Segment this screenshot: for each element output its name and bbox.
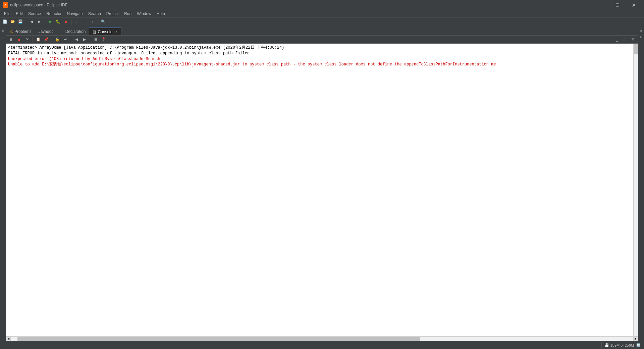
tab-problems[interactable]: ⚠ Problems bbox=[6, 28, 35, 35]
console-toolbar: 🗑 ■ ✕ 📋 📌 🔒 ↵ ◀ ▶ ⊞ 📍 _ □ ▽ bbox=[6, 36, 638, 44]
save-button[interactable]: 💾 bbox=[17, 18, 24, 26]
side-toolbar-right: ≡ ⊞ bbox=[638, 27, 644, 341]
h-scrollbar-thumb[interactable] bbox=[17, 337, 420, 341]
menu-search[interactable]: Search bbox=[86, 10, 104, 17]
toolbar-group-2: ◀ ▶ bbox=[28, 18, 43, 26]
main-toolbar: 📄 📂 💾 ◀ ▶ ▶ 🐛 ■ ↓ → ↑ 🔍 bbox=[0, 17, 644, 26]
side-toolbar-left: ≡ ⊞ bbox=[0, 27, 6, 341]
menu-run[interactable]: Run bbox=[121, 10, 134, 17]
console-toolbar-left: 🗑 ■ ✕ 📋 📌 🔒 ↵ ◀ ▶ ⊞ 📍 bbox=[7, 36, 107, 43]
status-gc-button[interactable]: 🔄 bbox=[635, 342, 641, 348]
status-bar: 💾 189M of 256M 🔄 bbox=[0, 341, 644, 349]
toolbar-group-nav: ↓ → ↑ bbox=[73, 18, 96, 26]
sep-1 bbox=[26, 19, 26, 25]
tab-problems-icon: ⚠ bbox=[9, 29, 13, 34]
console-view-menu-button[interactable]: ▽ bbox=[629, 36, 637, 43]
search-button[interactable]: 🔍 bbox=[100, 18, 107, 26]
tab-console-label: Console bbox=[98, 30, 112, 34]
toolbar-group-1: 📄 📂 💾 bbox=[1, 18, 24, 26]
tab-console[interactable]: ▥ Console ✕ bbox=[89, 28, 121, 35]
console-remove-button[interactable]: ✕ bbox=[23, 36, 31, 43]
tab-problems-label: Problems bbox=[14, 29, 32, 34]
console-sep-1 bbox=[33, 37, 33, 43]
main-area: ⚠ Problems Javadoc Declaration ▥ Console… bbox=[6, 27, 638, 341]
console-open-button[interactable]: ⊞ bbox=[92, 36, 99, 43]
forward-button[interactable]: ▶ bbox=[36, 18, 43, 26]
console-view-wrapper: <terminated> ArrayDome [Java Application… bbox=[6, 44, 638, 341]
menu-help[interactable]: Help bbox=[154, 10, 168, 17]
console-next-button[interactable]: ▶ bbox=[81, 36, 88, 43]
vertical-scrollbar-thumb[interactable] bbox=[634, 44, 638, 54]
console-sep-3 bbox=[71, 37, 71, 43]
tab-console-close[interactable]: ✕ bbox=[115, 30, 118, 34]
console-toolbar-right: _ □ ▽ bbox=[613, 36, 637, 43]
console-line-1: FATAL ERROR in native method: processing… bbox=[8, 51, 631, 56]
console-text-area[interactable]: <terminated> ArrayDome [Java Application… bbox=[6, 44, 633, 336]
console-line-2: Unexpected error (103) returned by AddTo… bbox=[8, 56, 631, 62]
console-terminate-button[interactable]: ■ bbox=[15, 36, 23, 43]
scroll-left-button[interactable]: ◀ bbox=[6, 337, 11, 341]
console-scroll-lock-button[interactable]: 🔒 bbox=[54, 36, 61, 43]
side-right-btn-2[interactable]: ⊞ bbox=[639, 34, 644, 40]
menu-project[interactable]: Project bbox=[104, 10, 121, 17]
menu-source[interactable]: Source bbox=[25, 10, 44, 17]
console-line-terminated: <terminated> ArrayDome [Java Application… bbox=[8, 45, 631, 51]
vertical-scrollbar[interactable] bbox=[633, 44, 638, 336]
menu-edit[interactable]: Edit bbox=[13, 10, 25, 17]
tab-bar: ⚠ Problems Javadoc Declaration ▥ Console… bbox=[6, 27, 638, 36]
window-controls: − □ ✕ bbox=[594, 0, 641, 10]
stop-button[interactable]: ■ bbox=[62, 18, 69, 26]
tab-console-icon: ▥ bbox=[93, 30, 96, 34]
console-clear-button[interactable]: 🗑 bbox=[7, 36, 15, 43]
side-left-btn-2[interactable]: ⊞ bbox=[0, 34, 6, 40]
side-right-btn-1[interactable]: ≡ bbox=[639, 28, 644, 34]
console-content-area: <terminated> ArrayDome [Java Application… bbox=[6, 44, 638, 336]
scroll-right-button[interactable]: ▶ bbox=[633, 337, 638, 341]
eclipse-icon: e bbox=[3, 2, 8, 8]
console-sep-2 bbox=[52, 37, 52, 43]
console-line-3: Unable to add E:\安装包\eclipse\configurati… bbox=[8, 62, 631, 67]
open-button[interactable]: 📂 bbox=[9, 18, 16, 26]
tab-declaration-label: Declaration bbox=[65, 29, 86, 34]
side-left-btn-1[interactable]: ≡ bbox=[0, 28, 6, 34]
console-minimize-button[interactable]: _ bbox=[613, 36, 621, 43]
new-button[interactable]: 📄 bbox=[1, 18, 9, 26]
back-button[interactable]: ◀ bbox=[28, 18, 35, 26]
tab-javadoc[interactable]: Javadoc bbox=[35, 28, 62, 35]
status-memory-icon: 💾 bbox=[604, 343, 609, 347]
toolbar-group-run: ▶ 🐛 ■ bbox=[47, 18, 69, 26]
menu-refactor[interactable]: Refactor bbox=[44, 10, 64, 17]
close-button[interactable]: ✕ bbox=[626, 0, 641, 10]
run-button[interactable]: ▶ bbox=[47, 18, 54, 26]
sep-2 bbox=[45, 19, 45, 25]
sep-3 bbox=[71, 19, 71, 25]
console-maximize-button[interactable]: □ bbox=[621, 36, 629, 43]
console-word-wrap-button[interactable]: ↵ bbox=[62, 36, 69, 43]
menu-bar: File Edit Source Refactor Navigate Searc… bbox=[0, 10, 644, 17]
horizontal-scrollbar[interactable]: ◀ ▶ bbox=[6, 336, 638, 341]
status-memory-section: 💾 189M of 256M 🔄 bbox=[601, 342, 641, 348]
menu-navigate[interactable]: Navigate bbox=[64, 10, 85, 17]
window-title: eclipse-workspace - Eclipse IDE bbox=[10, 3, 67, 7]
sep-4 bbox=[98, 19, 98, 25]
console-prev-button[interactable]: ◀ bbox=[73, 36, 80, 43]
tab-declaration[interactable]: Declaration bbox=[62, 28, 90, 35]
debug-button[interactable]: 🐛 bbox=[54, 18, 62, 26]
step-over[interactable]: → bbox=[81, 18, 88, 26]
title-bar: e eclipse-workspace - Eclipse IDE − □ ✕ bbox=[0, 0, 644, 10]
status-memory-label: 189M of 256M bbox=[610, 343, 634, 347]
tab-javadoc-label: Javadoc bbox=[39, 29, 54, 34]
maximize-button[interactable]: □ bbox=[610, 0, 625, 10]
toolbar-group-search: 🔍 bbox=[100, 18, 107, 26]
console-paste-button[interactable]: 📌 bbox=[43, 36, 50, 43]
console-copy-button[interactable]: 📋 bbox=[35, 36, 42, 43]
console-pin-button[interactable]: 📍 bbox=[100, 36, 107, 43]
step-return[interactable]: ↑ bbox=[89, 18, 96, 26]
step-into[interactable]: ↓ bbox=[73, 18, 80, 26]
menu-file[interactable]: File bbox=[1, 10, 13, 17]
console-sep-4 bbox=[90, 37, 90, 43]
menu-window[interactable]: Window bbox=[134, 10, 154, 17]
title-bar-left: e eclipse-workspace - Eclipse IDE bbox=[3, 2, 67, 8]
h-scrollbar-track bbox=[11, 337, 633, 341]
minimize-button[interactable]: − bbox=[594, 0, 609, 10]
